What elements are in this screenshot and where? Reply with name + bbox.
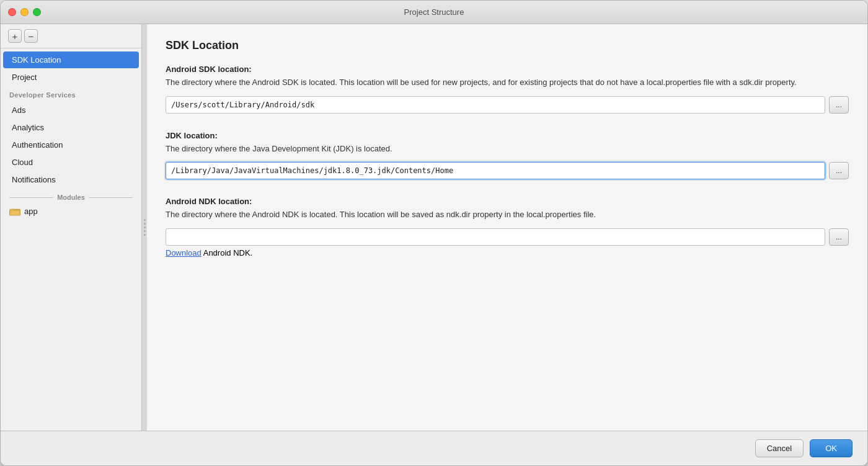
resize-dots xyxy=(144,219,146,236)
remove-button[interactable]: − xyxy=(24,29,38,43)
sidebar-item-label: Project xyxy=(12,73,37,82)
android-sdk-input[interactable] xyxy=(166,96,825,114)
sidebar-item-notifications[interactable]: Notifications xyxy=(3,171,139,188)
android-sdk-desc: The directory where the Android SDK is l… xyxy=(166,76,849,89)
sidebar-item-sdk-location[interactable]: SDK Location xyxy=(3,52,139,68)
window-title: Project Structure xyxy=(404,7,464,17)
sidebar-toolbar: + − xyxy=(1,24,141,48)
sidebar-item-cloud[interactable]: Cloud xyxy=(3,154,139,171)
android-ndk-input-row: ... xyxy=(166,228,849,246)
sidebar-item-label: Analytics xyxy=(12,123,44,132)
footer: Cancel OK xyxy=(1,431,867,465)
module-item-app[interactable]: app xyxy=(1,204,141,219)
download-section: Download Android NDK. xyxy=(166,248,849,258)
main-content: + − SDK Location Project Developer Servi… xyxy=(1,24,867,431)
sidebar-item-project[interactable]: Project xyxy=(3,69,139,86)
jdk-input[interactable] xyxy=(166,162,825,179)
jdk-label: JDK location: xyxy=(166,131,849,140)
sidebar-item-authentication[interactable]: Authentication xyxy=(3,137,139,153)
module-label: app xyxy=(24,207,38,216)
svg-rect-2 xyxy=(10,210,20,215)
android-ndk-desc: The directory where the Android NDK is l… xyxy=(166,208,849,221)
content-title: SDK Location xyxy=(166,39,849,52)
android-ndk-input[interactable] xyxy=(166,228,825,246)
sidebar-list: SDK Location Project Developer Services … xyxy=(1,48,141,431)
cancel-button[interactable]: Cancel xyxy=(755,439,804,457)
close-button[interactable] xyxy=(8,8,16,16)
sidebar-item-label: Authentication xyxy=(12,140,63,150)
android-sdk-label: Android SDK location: xyxy=(166,65,849,74)
android-ndk-browse-button[interactable]: ... xyxy=(829,228,849,246)
content-area: SDK Location Android SDK location: The d… xyxy=(147,24,867,431)
developer-services-header: Developer Services xyxy=(1,86,141,101)
folder-icon xyxy=(9,207,20,216)
jdk-input-row: ... xyxy=(166,162,849,179)
maximize-button[interactable] xyxy=(33,8,41,16)
sidebar-item-label: Ads xyxy=(12,105,25,115)
ok-button[interactable]: OK xyxy=(810,439,852,457)
modules-header: Modules xyxy=(57,194,85,201)
jdk-section: JDK location: The directory where the Ja… xyxy=(166,131,849,180)
download-link[interactable]: Download xyxy=(166,248,202,258)
minimize-button[interactable] xyxy=(20,8,29,16)
title-bar: Project Structure xyxy=(1,1,867,24)
sidebar-item-label: Cloud xyxy=(12,158,33,167)
sidebar-item-label: SDK Location xyxy=(12,55,61,65)
jdk-browse-button[interactable]: ... xyxy=(829,162,849,179)
download-suffix: Android NDK. xyxy=(202,248,252,258)
sidebar-item-ads[interactable]: Ads xyxy=(3,102,139,119)
android-sdk-input-row: ... xyxy=(166,96,849,114)
traffic-lights xyxy=(8,8,41,16)
android-ndk-section: Android NDK location: The directory wher… xyxy=(166,197,849,258)
android-ndk-label: Android NDK location: xyxy=(166,197,849,206)
add-button[interactable]: + xyxy=(8,29,22,43)
sidebar-item-label: Notifications xyxy=(12,175,56,184)
android-sdk-section: Android SDK location: The directory wher… xyxy=(166,65,849,114)
divider-line-left xyxy=(9,197,53,198)
modules-divider: Modules xyxy=(1,189,141,204)
android-sdk-browse-button[interactable]: ... xyxy=(829,96,849,114)
sidebar-item-analytics[interactable]: Analytics xyxy=(3,119,139,136)
project-structure-window: Project Structure + − SDK Location Proje… xyxy=(0,0,868,466)
divider-line-right xyxy=(89,197,133,198)
resize-handle[interactable] xyxy=(142,24,147,431)
jdk-desc: The directory where the Java Development… xyxy=(166,143,849,155)
sidebar: + − SDK Location Project Developer Servi… xyxy=(1,24,142,431)
